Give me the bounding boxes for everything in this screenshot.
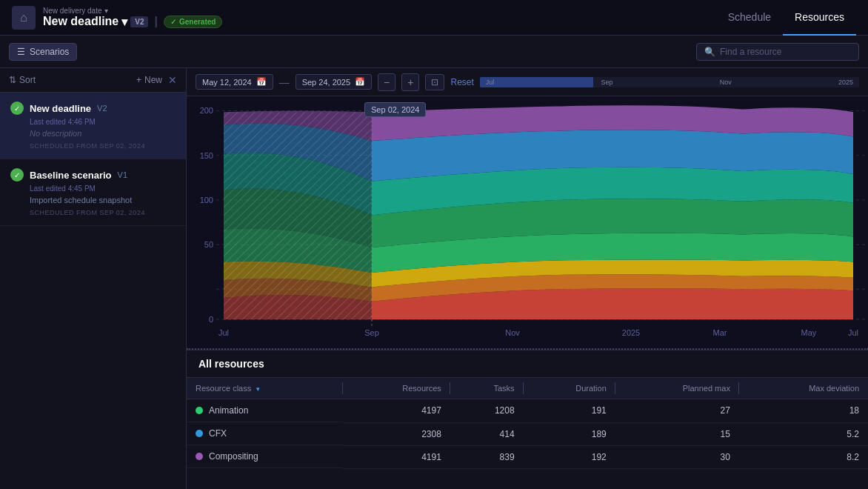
start-date-input[interactable]: May 12, 2024 📅 [196, 74, 273, 90]
calendar-icon-2[interactable]: 📅 [355, 77, 365, 87]
dot-compositing [196, 453, 203, 460]
reset-button[interactable]: Reset [450, 77, 473, 87]
cell-duration-cfx: 189 [524, 422, 615, 445]
version-badge: V2 [130, 16, 148, 27]
new-button[interactable]: + New [136, 75, 162, 85]
timeline-label-sep: Sep [601, 79, 613, 86]
col-header-resources[interactable]: Resources [343, 378, 450, 399]
close-button[interactable]: ✕ [168, 74, 177, 86]
cell-name-animation: Animation [209, 405, 248, 416]
table-title: All resources [187, 350, 868, 378]
cell-resources-compositing: 4191 [343, 445, 450, 468]
scenario-scheduled-2: SCHEDULED FROM SEP 02, 2024 [30, 209, 176, 216]
svg-text:Jul: Jul [218, 328, 229, 337]
col-header-max-deviation[interactable]: Max deviation [739, 378, 868, 399]
end-date-label: Sep 24, 2025 [302, 78, 350, 87]
table-wrap: Resource class ▾ Resources Tasks [187, 378, 868, 469]
dot-cfx [196, 430, 203, 437]
zoom-in-button[interactable]: + [401, 73, 419, 91]
cell-name-cfx: CFX [209, 428, 227, 439]
chart-toolbar: May 12, 2024 📅 — Sep 24, 2025 📅 − + ⊡ Re… [187, 68, 868, 96]
scenario-item-new-deadline[interactable]: ✓ New deadline V2 Last edited 4:46 PM No… [0, 93, 186, 159]
header-left: ⌂ New delivery date ▾ New deadline ▾ V2 … [12, 6, 716, 30]
col-header-planned-max[interactable]: Planned max [615, 378, 739, 399]
cell-tasks-compositing: 839 [450, 445, 524, 468]
end-date-input[interactable]: Sep 24, 2025 📅 [296, 74, 372, 90]
divider: | [154, 15, 157, 28]
generated-label: Generated [179, 18, 216, 26]
search-icon: 🔍 [704, 47, 715, 57]
calendar-icon[interactable]: 📅 [256, 77, 267, 87]
cell-planned-max-cfx: 15 [615, 422, 739, 445]
chart-area: Sep 02, 2024 200 150 100 50 0 [187, 96, 868, 348]
scenario-time-2: Last edited 4:45 PM [30, 184, 176, 193]
scenario-header-1: ✓ New deadline V2 [10, 102, 176, 115]
new-label: New [144, 75, 162, 85]
cell-tasks-cfx: 414 [450, 422, 524, 445]
tab-schedule[interactable]: Schedule [716, 0, 783, 36]
main-layout: ⇅ Sort + New ✕ ✓ New deadline V2 Last ed… [0, 68, 868, 489]
check-icon-1: ✓ [10, 102, 24, 115]
scenario-scheduled-1: SCHEDULED FROM SEP 02, 2024 [30, 142, 176, 150]
svg-text:Sep: Sep [364, 328, 379, 337]
sort-button[interactable]: ⇅ Sort [9, 75, 36, 85]
table-row-cfx: CFX 2308 414 189 15 5.2 [187, 422, 868, 445]
scenario-desc-1: No description [30, 129, 176, 138]
sort-icon: ⇅ [9, 75, 16, 85]
timeline-labels: Jul Sep Nov 2025 [480, 79, 859, 86]
scenario-time-1: Last edited 4:46 PM [30, 118, 176, 126]
scenario-name-2: Baseline scenario [30, 170, 112, 181]
plus-icon: + [136, 75, 141, 85]
sort-label: Sort [19, 75, 36, 85]
cell-planned-max-compositing: 30 [615, 445, 739, 468]
scenario-item-baseline[interactable]: ✓ Baseline scenario V1 Last edited 4:45 … [0, 159, 186, 226]
check-icon: ✓ [170, 18, 176, 26]
col-label-planned-max: Planned max [683, 384, 730, 393]
timeline-label-nov: Nov [720, 79, 732, 86]
svg-text:Mar: Mar [713, 328, 727, 337]
table-area: All resources Resource class ▾ Resources [187, 350, 868, 489]
chevron-down-icon: ▾ [104, 7, 108, 15]
sidebar-toolbar: ⇅ Sort + New ✕ [0, 68, 186, 93]
scenarios-label: Scenarios [30, 47, 69, 57]
zoom-out-button[interactable]: − [378, 73, 395, 91]
scenario-version-2: V1 [118, 170, 127, 179]
sidebar: ⇅ Sort + New ✕ ✓ New deadline V2 Last ed… [0, 68, 187, 489]
svg-text:Jul: Jul [848, 328, 858, 337]
tab-schedule-label: Schedule [728, 11, 771, 23]
table-row-compositing: Compositing 4191 839 192 30 8.2 [187, 445, 868, 468]
col-header-resource-class[interactable]: Resource class ▾ [187, 378, 343, 399]
svg-text:Nov: Nov [505, 328, 520, 337]
delivery-date-label: New delivery date [43, 7, 101, 15]
timeline-label-jul: Jul [486, 79, 495, 86]
svg-text:May: May [801, 328, 817, 337]
col-header-tasks[interactable]: Tasks [450, 378, 524, 399]
cell-tasks-animation: 1208 [450, 399, 524, 423]
zoom-fit-button[interactable]: ⊡ [425, 74, 444, 90]
col-header-duration[interactable]: Duration [524, 378, 615, 399]
home-icon[interactable]: ⌂ [12, 6, 36, 30]
chart-tooltip: Sep 02, 2024 [364, 102, 426, 117]
header-titles: New delivery date ▾ New deadline ▾ V2 | … [43, 7, 222, 29]
resources-table: Resource class ▾ Resources Tasks [187, 378, 868, 469]
scenarios-button[interactable]: ☰ Scenarios [9, 43, 77, 61]
col-label-max-deviation: Max deviation [809, 384, 859, 393]
cell-max-deviation-compositing: 8.2 [739, 445, 868, 468]
scenario-header-2: ✓ Baseline scenario V1 [10, 168, 176, 182]
deadline-label[interactable]: New deadline [43, 15, 118, 28]
table-header-row: Resource class ▾ Resources Tasks [187, 378, 868, 399]
dot-animation [196, 407, 203, 414]
cell-name-compositing: Compositing [209, 451, 258, 462]
timeline-label-2025: 2025 [838, 79, 853, 86]
col-label-resource-class: Resource class [196, 384, 251, 393]
deadline-title: New deadline ▾ V2 | ✓ Generated [43, 15, 222, 29]
svg-text:200: 200 [200, 106, 213, 115]
scenario-version-1: V2 [97, 104, 107, 113]
main-toolbar: ☰ Scenarios 🔍 [0, 36, 868, 68]
start-date-label: May 12, 2024 [202, 78, 252, 87]
svg-text:50: 50 [204, 240, 213, 249]
tab-resources[interactable]: Resources [783, 0, 856, 36]
chevron-down-icon-2: ▾ [121, 15, 127, 29]
search-input[interactable] [720, 47, 851, 57]
list-icon: ☰ [17, 47, 25, 57]
